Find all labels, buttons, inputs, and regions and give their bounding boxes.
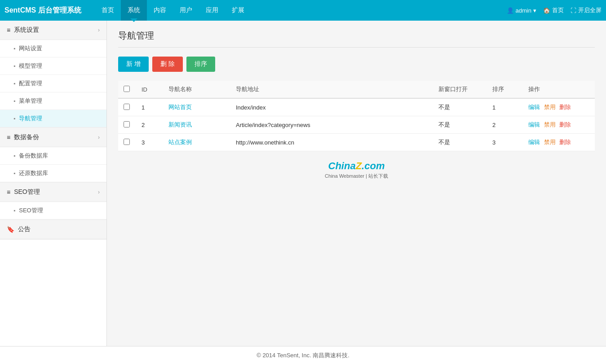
admin-dropdown[interactable]: 👤 admin ▾: [507, 7, 536, 14]
sidebar-group-header-backup[interactable]: ≡ 数据备份 ›: [0, 128, 106, 147]
sidebar-group-header-seo[interactable]: ≡ SEO管理 ›: [0, 183, 106, 202]
header-new-window: 新窗口打开: [433, 81, 487, 98]
row3-order: 3: [487, 134, 523, 151]
sidebar-group-seo: ≡ SEO管理 › ▪ SEO管理: [0, 183, 106, 220]
row1-name: 网站首页: [163, 98, 230, 116]
row3-url: http://www.onethink.cn: [230, 134, 433, 151]
row2-new-window: 不是: [433, 116, 487, 134]
row3-edit-link[interactable]: 编辑: [528, 139, 540, 145]
fullscreen-icon: ⛶: [571, 7, 576, 14]
admin-icon: 👤: [507, 7, 514, 14]
row1-select[interactable]: [124, 104, 130, 110]
nav-items: 首页 系统 内容 用户 应用 扩展: [95, 0, 251, 21]
row1-name-link[interactable]: 网站首页: [168, 104, 192, 110]
file-icon: ▪: [13, 115, 15, 122]
row2-order: 2: [487, 116, 523, 134]
nav-home[interactable]: 首页: [95, 0, 121, 21]
row2-name-link[interactable]: 新闻资讯: [168, 121, 192, 128]
file-icon: ▪: [13, 153, 15, 159]
home-icon: 🏠: [543, 7, 550, 14]
row3-id: 3: [136, 134, 163, 151]
row1-edit-link[interactable]: 编辑: [528, 104, 540, 110]
content-area: 导航管理 新 增 删 除 排序 ID 导航名称 导航地址 新窗口打开 排序 操作: [107, 21, 606, 346]
sidebar-item-website-settings[interactable]: ▪ 网站设置: [0, 40, 106, 57]
sidebar-group-header-announcement[interactable]: 🔖 公告: [0, 220, 106, 239]
header-checkbox: [118, 81, 136, 98]
brand-logo: SentCMS 后台管理系统: [4, 6, 81, 15]
file-icon: ▪: [13, 170, 15, 176]
file-icon: ▪: [13, 45, 15, 52]
row2-checkbox: [118, 116, 136, 134]
sidebar-item-seo[interactable]: ▪ SEO管理: [0, 202, 106, 219]
delete-button[interactable]: 删 除: [152, 57, 183, 72]
file-icon: ▪: [13, 63, 15, 69]
row1-order: 1: [487, 98, 523, 116]
fullscreen-button[interactable]: ⛶ 开启全屏: [571, 6, 602, 14]
top-navigation: SentCMS 后台管理系统 首页 系统 内容 用户 应用 扩展 👤 admin…: [0, 0, 606, 21]
row2-disable-link[interactable]: 禁用: [544, 121, 556, 128]
header-id: ID: [136, 81, 163, 98]
row1-url: Index/index: [230, 98, 433, 116]
nav-system[interactable]: 系统: [121, 0, 147, 21]
sort-button[interactable]: 排序: [186, 57, 215, 72]
page-title: 导航管理: [118, 30, 595, 48]
dropdown-arrow-icon: ▾: [533, 7, 536, 14]
row2-id: 2: [136, 116, 163, 134]
watermark-logo: ChinaZ.com: [118, 160, 595, 172]
row1-actions: 编辑 禁用 删除: [523, 98, 595, 116]
sidebar-item-model-mgmt[interactable]: ▪ 模型管理: [0, 57, 106, 75]
row3-delete-link[interactable]: 删除: [559, 139, 571, 145]
chevron-right-icon: ›: [98, 134, 100, 140]
add-button[interactable]: 新 增: [118, 57, 149, 72]
table-row: 1 网站首页 Index/index 不是 1 编辑 禁用 删除: [118, 98, 595, 116]
row2-edit-link[interactable]: 编辑: [528, 121, 540, 128]
sidebar: ≡ 系统设置 › ▪ 网站设置 ▪ 模型管理 ▪ 配置管理 ▪ 菜单管理: [0, 21, 107, 346]
home-link[interactable]: 🏠 首页: [543, 6, 564, 14]
row3-new-window: 不是: [433, 134, 487, 151]
table-row: 2 新闻资讯 Article/index?category=news 不是 2 …: [118, 116, 595, 134]
main-layout: ≡ 系统设置 › ▪ 网站设置 ▪ 模型管理 ▪ 配置管理 ▪ 菜单管理: [0, 21, 606, 346]
right-tools: 👤 admin ▾ 🏠 首页 ⛶ 开启全屏: [507, 6, 602, 14]
nav-extend[interactable]: 扩展: [225, 0, 251, 21]
footer: © 2014 TenSent, Inc. 南昌腾速科技.: [0, 346, 606, 364]
nav-users[interactable]: 用户: [173, 0, 199, 21]
row2-delete-link[interactable]: 删除: [559, 121, 571, 128]
header-action: 操作: [523, 81, 595, 98]
watermark-area: ChinaZ.com China Webmaster | 站长下载: [118, 151, 595, 184]
row1-disable-link[interactable]: 禁用: [544, 104, 556, 110]
sidebar-item-backup-db[interactable]: ▪ 备份数据库: [0, 147, 106, 165]
sidebar-group-header-system[interactable]: ≡ 系统设置 ›: [0, 21, 106, 40]
row2-url: Article/index?category=news: [230, 116, 433, 134]
row3-disable-link[interactable]: 禁用: [544, 139, 556, 145]
row1-checkbox: [118, 98, 136, 116]
row3-name-link[interactable]: 站点案例: [168, 139, 192, 145]
row3-checkbox: [118, 134, 136, 151]
sidebar-item-config-mgmt[interactable]: ▪ 配置管理: [0, 75, 106, 92]
table-row: 3 站点案例 http://www.onethink.cn 不是 3 编辑 禁用…: [118, 134, 595, 151]
select-all-checkbox[interactable]: [124, 86, 130, 92]
row2-select[interactable]: [124, 121, 130, 127]
sidebar-item-menu-mgmt[interactable]: ▪ 菜单管理: [0, 92, 106, 110]
sidebar-group-system-settings: ≡ 系统设置 › ▪ 网站设置 ▪ 模型管理 ▪ 配置管理 ▪ 菜单管理: [0, 21, 106, 128]
row3-select[interactable]: [124, 139, 130, 145]
row2-actions: 编辑 禁用 删除: [523, 116, 595, 134]
sidebar-item-nav-mgmt[interactable]: ▪ 导航管理: [0, 110, 106, 127]
file-icon: ▪: [13, 207, 15, 214]
row1-delete-link[interactable]: 删除: [559, 104, 571, 110]
list-icon: ≡: [7, 26, 10, 34]
watermark-sub: China Webmaster | 站长下载: [118, 173, 595, 180]
sidebar-item-restore-db[interactable]: ▪ 还原数据库: [0, 165, 106, 182]
sidebar-group-announcement: 🔖 公告: [0, 220, 106, 240]
navigation-table: ID 导航名称 导航地址 新窗口打开 排序 操作 1 网站首页: [118, 81, 595, 151]
chevron-right-icon: ›: [98, 27, 100, 33]
nav-apps[interactable]: 应用: [199, 0, 225, 21]
nav-content[interactable]: 内容: [147, 0, 173, 21]
sidebar-group-data-backup: ≡ 数据备份 › ▪ 备份数据库 ▪ 还原数据库: [0, 128, 106, 183]
row3-actions: 编辑 禁用 删除: [523, 134, 595, 151]
china-z-logo-text: ChinaZ.com: [328, 160, 385, 171]
header-order: 排序: [487, 81, 523, 98]
toolbar: 新 增 删 除 排序: [118, 57, 595, 72]
list-icon: ≡: [7, 134, 10, 141]
list-icon: ≡: [7, 189, 10, 196]
file-icon: ▪: [13, 98, 15, 104]
